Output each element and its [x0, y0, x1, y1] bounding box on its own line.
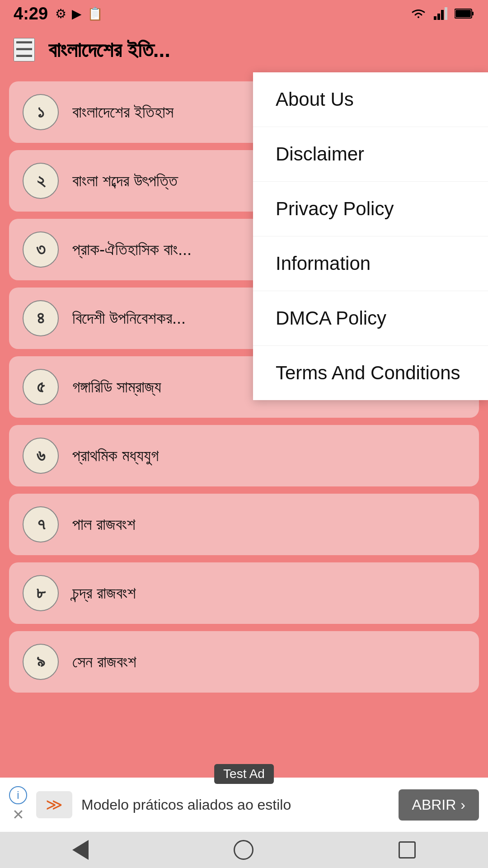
ad-label: Test Ad — [214, 764, 274, 784]
ad-open-button[interactable]: ABRIR › — [399, 789, 479, 821]
dropdown-item-privacy-policy[interactable]: Privacy Policy — [253, 182, 488, 236]
clipboard-icon: 📋 — [87, 6, 103, 21]
status-time: 4:29 — [14, 4, 48, 24]
ad-logo-icon: ≫ — [36, 791, 72, 818]
status-icons: ⚙ ▶ 📋 — [55, 6, 103, 21]
ad-info-icon: i ✕ — [9, 786, 27, 823]
status-right — [410, 7, 474, 20]
battery-icon — [455, 8, 474, 19]
ad-close-icon[interactable]: ✕ — [12, 806, 24, 823]
svg-rect-5 — [472, 12, 474, 15]
ad-arrow-icon: › — [460, 797, 465, 813]
dropdown-menu: About UsDisclaimerPrivacy PolicyInformat… — [253, 72, 488, 400]
ad-banner: Test Ad i ✕ ≫ Modelo práticos aliados ao… — [0, 778, 488, 832]
svg-rect-6 — [455, 10, 471, 17]
dropdown-overlay[interactable]: About UsDisclaimerPrivacy PolicyInformat… — [0, 27, 488, 868]
settings-icon: ⚙ — [55, 6, 66, 21]
play-icon: ▶ — [72, 6, 82, 21]
status-bar: 4:29 ⚙ ▶ 📋 — [0, 0, 488, 27]
dropdown-item-information[interactable]: Information — [253, 236, 488, 291]
svg-rect-0 — [434, 16, 436, 20]
ad-button-label: ABRIR — [412, 797, 456, 813]
svg-rect-3 — [445, 7, 447, 20]
ad-text: Modelo práticos aliados ao estilo — [81, 797, 389, 813]
signal-icon — [434, 7, 447, 20]
dropdown-item-disclaimer[interactable]: Disclaimer — [253, 127, 488, 182]
dropdown-item-terms-conditions[interactable]: Terms And Conditions — [253, 346, 488, 400]
info-circle-icon: i — [9, 786, 27, 804]
dropdown-item-dmca-policy[interactable]: DMCA Policy — [253, 291, 488, 346]
wifi-icon — [410, 7, 427, 20]
dropdown-item-about-us[interactable]: About Us — [253, 72, 488, 127]
svg-rect-2 — [441, 10, 444, 20]
svg-rect-1 — [437, 14, 440, 20]
status-left: 4:29 ⚙ ▶ 📋 — [14, 4, 103, 24]
